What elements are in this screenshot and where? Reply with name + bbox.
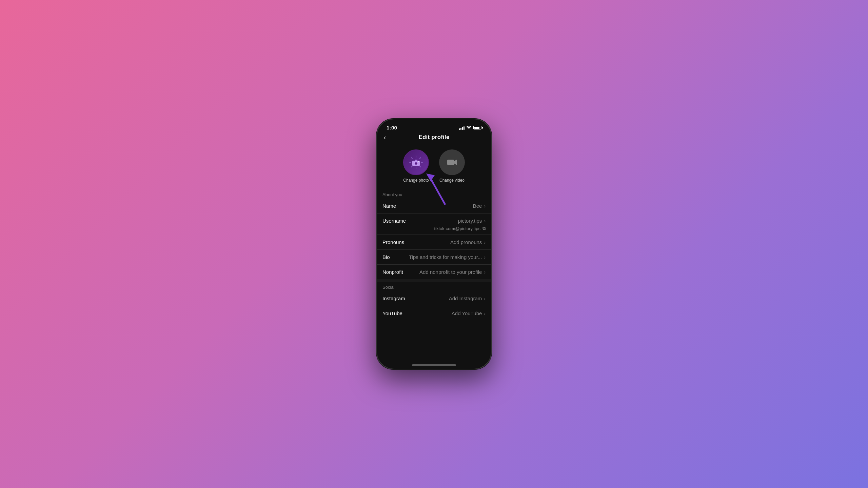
- change-video-button[interactable]: Change video: [439, 149, 465, 183]
- nonprofit-right: Add nonprofit to your profile ›: [419, 269, 486, 275]
- instagram-right: Add Instagram ›: [449, 296, 486, 301]
- signal-icon: [459, 126, 465, 130]
- svg-point-10: [415, 163, 417, 164]
- svg-line-4: [411, 158, 412, 159]
- name-row[interactable]: Name Bee ›: [377, 199, 491, 214]
- username-link-text: tiktok.com/@pictory.tips: [434, 226, 481, 231]
- nonprofit-value: Add nonprofit to your profile: [419, 269, 482, 275]
- home-indicator: [412, 364, 456, 366]
- svg-rect-12: [447, 160, 454, 165]
- instagram-value: Add Instagram: [449, 296, 482, 301]
- name-right: Bee ›: [473, 203, 486, 209]
- instagram-label: Instagram: [382, 296, 405, 301]
- change-video-label: Change video: [439, 178, 465, 183]
- change-photo-label: Change photo: [403, 178, 429, 183]
- bio-chevron: ›: [484, 255, 486, 260]
- pronouns-right: Add pronouns ›: [450, 239, 486, 245]
- nonprofit-row[interactable]: Nonprofit Add nonprofit to your profile …: [377, 265, 491, 279]
- svg-line-7: [411, 166, 412, 167]
- page-title: Edit profile: [418, 134, 449, 141]
- bio-value: Tips and tricks for making your...: [409, 254, 482, 260]
- username-chevron: ›: [484, 218, 486, 224]
- nonprofit-label: Nonprofit: [382, 269, 403, 275]
- name-label: Name: [382, 203, 396, 209]
- svg-line-5: [420, 166, 421, 167]
- phone-screen: 1:00: [377, 119, 491, 369]
- change-photo-button[interactable]: Change photo: [403, 149, 429, 183]
- photo-circle-profile: [403, 149, 429, 175]
- svg-point-11: [418, 161, 419, 162]
- about-you-header: About you: [377, 189, 491, 199]
- phone-wrapper: 1:00: [376, 119, 492, 369]
- copy-icon[interactable]: ⧉: [482, 226, 486, 231]
- bio-right: Tips and tricks for making your... ›: [409, 254, 486, 260]
- name-chevron: ›: [484, 203, 486, 209]
- photo-section: Change photo Change video: [377, 144, 491, 189]
- svg-line-6: [420, 158, 421, 159]
- username-link-row: tiktok.com/@pictory.tips ⧉: [377, 224, 491, 235]
- instagram-chevron: ›: [484, 296, 486, 301]
- username-label: Username: [382, 218, 406, 224]
- status-icons: [459, 125, 482, 130]
- wifi-icon: [466, 125, 472, 130]
- instagram-row[interactable]: Instagram Add Instagram ›: [377, 291, 491, 306]
- pronouns-value: Add pronouns: [450, 239, 482, 245]
- pronouns-chevron: ›: [484, 240, 486, 245]
- phone-frame: 1:00: [376, 119, 492, 369]
- scroll-content[interactable]: Change photo Change video: [377, 144, 491, 369]
- nav-header: ‹ Edit profile: [377, 132, 491, 144]
- about-you-section: About you Name Bee › Username: [377, 189, 491, 279]
- username-right: pictory.tips ›: [458, 218, 486, 224]
- bio-label: Bio: [382, 254, 390, 260]
- youtube-value: Add YouTube: [452, 310, 482, 316]
- status-time: 1:00: [387, 125, 397, 130]
- social-section: Social Instagram Add Instagram › YouTube: [377, 282, 491, 321]
- background: 1:00: [376, 119, 492, 369]
- username-value: pictory.tips: [458, 218, 482, 224]
- social-header: Social: [377, 282, 491, 291]
- youtube-right: Add YouTube ›: [452, 310, 486, 316]
- pronouns-label: Pronouns: [382, 239, 404, 245]
- notch: [414, 119, 454, 129]
- youtube-chevron: ›: [484, 311, 486, 316]
- youtube-row[interactable]: YouTube Add YouTube ›: [377, 306, 491, 321]
- section-divider: [377, 279, 491, 282]
- bio-row[interactable]: Bio Tips and tricks for making your... ›: [377, 250, 491, 265]
- camera-profile-icon: [408, 155, 424, 170]
- back-button[interactable]: ‹: [382, 132, 388, 143]
- username-row[interactable]: Username pictory.tips ›: [377, 214, 491, 224]
- video-camera-icon: [446, 157, 458, 168]
- pronouns-row[interactable]: Pronouns Add pronouns ›: [377, 235, 491, 250]
- nonprofit-chevron: ›: [484, 269, 486, 275]
- name-value: Bee: [473, 203, 482, 209]
- photo-circle-video: [439, 149, 465, 175]
- battery-icon: [473, 126, 481, 129]
- youtube-label: YouTube: [382, 310, 402, 316]
